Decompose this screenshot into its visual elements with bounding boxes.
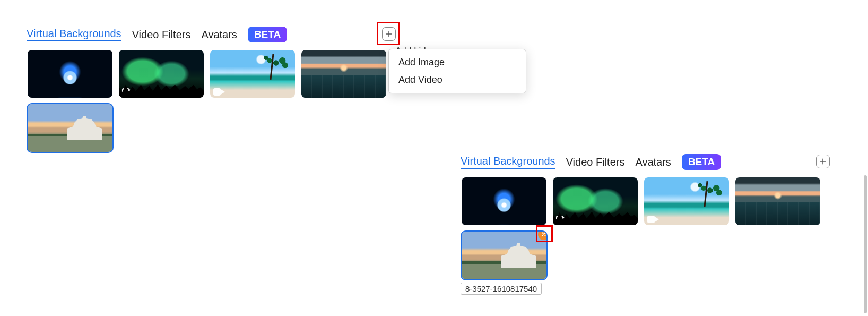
bg-thumb-sea[interactable] — [735, 177, 820, 225]
add-menu: Add Image Add Video — [388, 49, 526, 93]
thumb-tooltip: 8-3527-1610817540 — [461, 283, 542, 295]
delete-background-button[interactable] — [538, 232, 546, 240]
video-icon — [213, 88, 225, 96]
plus-icon — [385, 30, 393, 38]
tab-bar: Virtual Backgrounds Video Filters Avatar… — [461, 154, 721, 170]
beta-badge: BETA — [682, 154, 721, 170]
bg-thumb-beach[interactable] — [210, 50, 295, 98]
beta-badge: BETA — [248, 27, 287, 42]
bg-thumb-capitol[interactable] — [28, 104, 112, 152]
add-background-button[interactable] — [382, 27, 396, 41]
video-icon — [556, 216, 568, 223]
close-icon — [541, 232, 546, 237]
bg-thumb-earth[interactable] — [462, 177, 546, 225]
background-grid — [462, 177, 828, 279]
background-grid — [28, 50, 394, 152]
tab-virtual-backgrounds[interactable]: Virtual Backgrounds — [461, 155, 555, 169]
video-icon — [122, 88, 134, 96]
tab-avatars[interactable]: Avatars — [635, 156, 671, 168]
tab-video-filters[interactable]: Video Filters — [132, 29, 191, 41]
bg-thumb-sea[interactable] — [301, 50, 386, 98]
bg-thumb-capitol[interactable] — [462, 232, 546, 279]
tab-video-filters[interactable]: Video Filters — [566, 156, 625, 168]
menu-add-image[interactable]: Add Image — [389, 54, 526, 71]
tab-bar: Virtual Backgrounds Video Filters Avatar… — [27, 27, 287, 42]
bg-thumb-aurora[interactable] — [119, 50, 204, 98]
tab-virtual-backgrounds[interactable]: Virtual Backgrounds — [27, 28, 121, 41]
video-icon — [647, 216, 659, 223]
bg-thumb-earth[interactable] — [28, 50, 112, 98]
tab-avatars[interactable]: Avatars — [201, 29, 237, 41]
scrollbar[interactable] — [863, 175, 868, 313]
settings-panel-right: Virtual Backgrounds Video Filters Avatar… — [434, 127, 868, 313]
settings-panel-left: Virtual Backgrounds Video Filters Avatar… — [0, 0, 446, 212]
add-background-button[interactable] — [816, 155, 830, 168]
menu-add-video[interactable]: Add Video — [389, 71, 526, 89]
bg-thumb-beach[interactable] — [644, 177, 729, 225]
plus-icon — [819, 157, 827, 166]
bg-thumb-aurora[interactable] — [553, 177, 638, 225]
